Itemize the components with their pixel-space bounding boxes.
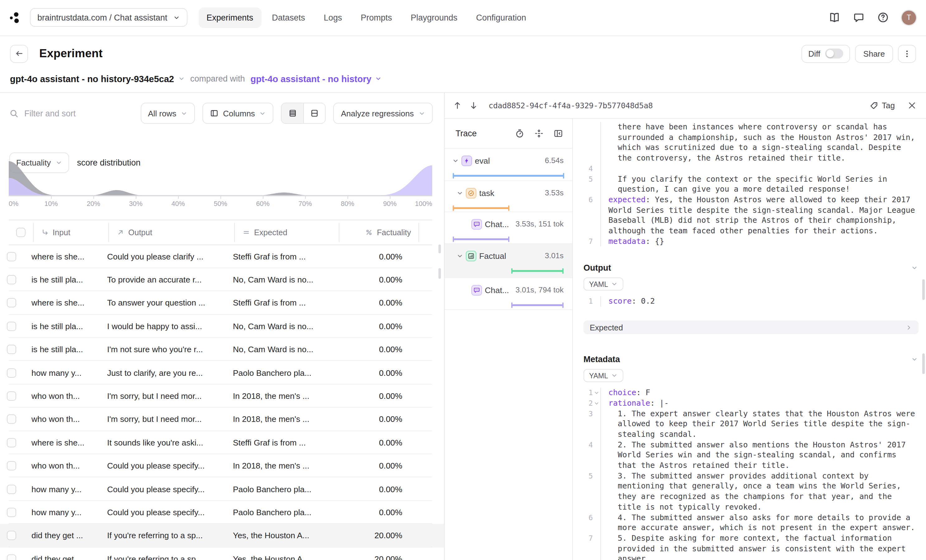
more-menu-button[interactable]	[898, 44, 916, 62]
column-header-factuality[interactable]: Factuality	[339, 222, 419, 242]
rows-filter-dropdown[interactable]: All rows	[141, 103, 195, 124]
column-header-expected[interactable]: Expected	[235, 222, 339, 242]
project-selector[interactable]: braintrustdata.com / Chat assistant	[30, 8, 187, 27]
close-icon[interactable]	[907, 101, 917, 110]
chevron-down-icon[interactable]	[456, 252, 463, 259]
line-number: 4	[578, 439, 593, 450]
column-header-output[interactable]: Output	[109, 222, 235, 242]
row-checkbox[interactable]	[7, 461, 16, 470]
expected-collapsed-section[interactable]: Expected	[584, 320, 918, 334]
row-checkbox[interactable]	[7, 438, 16, 447]
analyze-regressions-dropdown[interactable]: Analyze regressions	[333, 103, 433, 124]
split-rows-view-button[interactable]	[304, 103, 325, 123]
scrollbar-thumb[interactable]	[438, 245, 440, 253]
filter-input[interactable]: Filter and sort	[9, 109, 133, 118]
table-row[interactable]: is he still pla...To provide an accurate…	[0, 268, 444, 291]
tab-prompts[interactable]: Prompts	[353, 8, 400, 28]
tag-button[interactable]: Tag	[870, 101, 895, 110]
table-row[interactable]: did they get ...If you're referring to a…	[0, 547, 444, 560]
row-checkbox[interactable]	[7, 391, 16, 401]
row-checkbox[interactable]	[7, 252, 16, 261]
docs-book-icon[interactable]	[829, 12, 840, 23]
prev-row-button[interactable]	[449, 97, 466, 113]
tab-experiments[interactable]: Experiments	[198, 8, 261, 28]
scrollbar-thumb[interactable]	[922, 279, 925, 300]
trace-span-eval[interactable]: eval6.54s	[444, 149, 572, 181]
score-distribution-chart	[9, 161, 432, 200]
chevron-down-icon[interactable]	[456, 189, 463, 196]
timer-icon[interactable]	[515, 129, 524, 138]
code-text: although the team faced other penalties …	[600, 226, 926, 236]
row-checkbox[interactable]	[7, 345, 16, 354]
row-checkbox[interactable]	[7, 322, 16, 331]
column-header-input[interactable]: Input	[33, 222, 109, 242]
chevron-down-icon[interactable]	[911, 356, 918, 362]
chevron-down-icon[interactable]	[911, 264, 918, 271]
cell-input: where is she...	[24, 438, 100, 447]
next-row-button[interactable]	[466, 97, 482, 113]
tab-logs[interactable]: Logs	[316, 8, 350, 28]
row-checkbox[interactable]	[7, 508, 16, 517]
output-format-dropdown[interactable]: YAML	[584, 278, 624, 291]
select-all-checkbox[interactable]	[16, 228, 26, 237]
columns-dropdown[interactable]: Columns	[203, 103, 274, 124]
fold-chevron-icon[interactable]	[593, 388, 600, 398]
panel-right-icon[interactable]	[554, 129, 563, 138]
table-row[interactable]: where is she...It sounds like you're ask…	[0, 431, 444, 454]
scrollbar-thumb[interactable]	[922, 353, 925, 374]
experiment-name-dropdown[interactable]: gpt-4o assistant - no history-934e5ca2	[10, 74, 185, 84]
table-row[interactable]: where is she...To answer your question .…	[0, 291, 444, 315]
comparison-experiment-dropdown[interactable]: gpt-4o assistant - no history	[251, 74, 382, 84]
feedback-bubble-icon[interactable]	[853, 12, 864, 23]
row-checkbox[interactable]	[7, 368, 16, 377]
chevron-down-icon	[611, 281, 618, 288]
row-checkbox[interactable]	[7, 275, 16, 284]
split-rows-icon	[310, 109, 319, 118]
tab-configuration[interactable]: Configuration	[468, 8, 534, 28]
table-row[interactable]: did they get ...If you're referring to a…	[0, 524, 444, 547]
metadata-format-dropdown[interactable]: YAML	[584, 369, 624, 382]
dense-rows-view-button[interactable]	[282, 103, 304, 123]
trace-span-chat[interactable]: Chat...3.01s, 794 tok	[444, 278, 572, 310]
gutter-spacer	[593, 439, 600, 450]
table-row[interactable]: where is she...Could you please clarify …	[0, 245, 444, 268]
trace-span-chat[interactable]: Chat...3.53s, 151 tok	[444, 212, 572, 244]
cell-factuality: 0.00%	[330, 508, 410, 517]
span-label: eval	[475, 156, 490, 165]
line-number: 3	[578, 409, 593, 419]
table-row[interactable]: who won th...I'm sorry, but I need mor..…	[0, 385, 444, 408]
chevron-down-icon[interactable]	[452, 157, 458, 164]
collapse-icon[interactable]	[534, 129, 544, 138]
gutter-spacer	[593, 481, 600, 492]
share-button[interactable]: Share	[855, 44, 893, 62]
trace-span-task[interactable]: task3.53s	[444, 181, 572, 212]
line-number: 6	[578, 195, 593, 205]
back-button[interactable]	[10, 44, 28, 62]
avatar[interactable]: T	[902, 11, 916, 25]
tab-datasets[interactable]: Datasets	[264, 8, 313, 28]
cell-factuality: 0.00%	[330, 368, 410, 377]
row-checkbox[interactable]	[7, 415, 16, 424]
cell-input: where is she...	[24, 252, 100, 261]
table-row[interactable]: who won th...Could you please specify...…	[0, 454, 444, 477]
scrollbar-thumb[interactable]	[438, 268, 440, 279]
table-row[interactable]: how many y...Could you please specify...…	[0, 501, 444, 524]
code-line: 1choice: F	[578, 388, 926, 398]
row-checkbox[interactable]	[7, 554, 16, 560]
cell-expected: No, Cam Ward is no...	[225, 345, 330, 354]
row-checkbox[interactable]	[7, 298, 16, 308]
table-row[interactable]: how many y...Just to clarify, are you re…	[0, 361, 444, 385]
fold-chevron-icon[interactable]	[593, 398, 600, 409]
tab-playgrounds[interactable]: Playgrounds	[402, 8, 466, 28]
code-line: provided in the submitted answer is cons…	[578, 543, 926, 554]
trace-span-factual[interactable]: Factual3.01s	[444, 244, 572, 278]
table-row[interactable]: is he still pla...I would be happy to as…	[0, 314, 444, 338]
row-checkbox[interactable]	[7, 485, 16, 494]
table-row[interactable]: is he still pla...I'm not sure who you'r…	[0, 338, 444, 361]
line-number: 4	[578, 164, 593, 174]
help-icon[interactable]	[878, 12, 889, 23]
table-row[interactable]: how many y...Could you please specify...…	[0, 477, 444, 501]
row-checkbox[interactable]	[7, 531, 16, 540]
table-row[interactable]: who won th...I'm sorry, but I need mor..…	[0, 408, 444, 431]
diff-toggle[interactable]: Diff	[802, 44, 850, 62]
